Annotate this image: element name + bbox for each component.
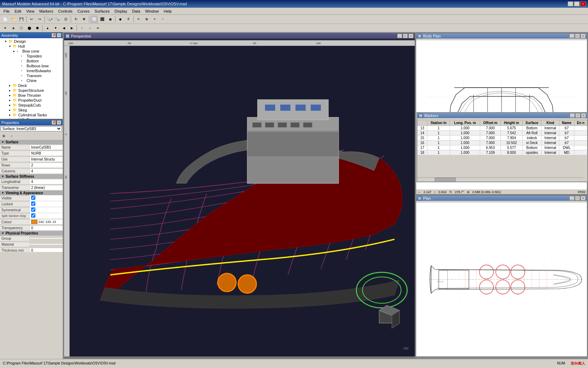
tree-item-design[interactable]: ▾ 📁 Design xyxy=(1,39,62,44)
menu-surfaces[interactable]: Surfaces xyxy=(92,8,112,14)
tb2-btn11[interactable]: ↔ xyxy=(86,24,94,32)
body-plan-restore[interactable]: □ xyxy=(575,34,580,38)
tb2-btn1[interactable]: ✦ xyxy=(1,24,9,32)
appearance-section-header[interactable]: ▼ Viewing & Appearance xyxy=(0,191,63,195)
perspective-restore[interactable]: □ xyxy=(403,34,408,38)
tb2-btn4[interactable]: ⬤ xyxy=(26,24,33,32)
move-tool[interactable]: ⊕ xyxy=(143,15,150,23)
menu-data[interactable]: Data xyxy=(130,8,142,14)
tb2-btn5[interactable]: ⬟ xyxy=(34,24,41,32)
menu-markers[interactable]: Markers xyxy=(37,8,55,14)
markers-hscroll-thumb[interactable] xyxy=(435,178,456,182)
render-button[interactable]: ◉ xyxy=(106,15,114,23)
perspective-close[interactable]: × xyxy=(408,34,413,38)
tree-item-bow-thruster[interactable]: ▸ 📁 Bow Thruster xyxy=(1,93,62,98)
visible-checkbox[interactable] xyxy=(31,196,35,200)
pan-button[interactable]: ✥ xyxy=(80,15,88,23)
marker-row-14[interactable]: 14 1 1.000 7.000 7.542 Aft Roll Internal… xyxy=(418,131,587,136)
tree-item-skeg[interactable]: ▸ 📁 Skeg xyxy=(1,108,62,113)
plan-viewport[interactable]: P Plan _ □ × xyxy=(416,195,587,357)
assembly-tree[interactable]: ▾ 📁 Design ▾ 📁 Hull ▸ ▪ Bow cone xyxy=(0,38,63,119)
tree-item-innerbulwarks[interactable]: ▪ InnerBulwarks xyxy=(1,68,62,73)
properties-close-icon[interactable]: × xyxy=(57,120,61,125)
plan-close[interactable]: × xyxy=(581,196,586,200)
locked-checkbox[interactable] xyxy=(31,202,35,206)
marker-row-13[interactable]: 13 1 1.000 7.000 5.675 Bottom Internal b… xyxy=(418,126,587,131)
marker-row-15[interactable]: 15 1 1.000 7.000 7.904 indeck Internal b… xyxy=(418,136,587,141)
prop-value-symmetrical[interactable] xyxy=(30,207,63,213)
marker-row-17[interactable]: 17 1 1.000 6.953 5.577 Bottom Internal D… xyxy=(418,145,587,150)
stiffness-section-header[interactable]: ▼ Surface Stiffness xyxy=(0,174,63,179)
add-point[interactable]: + xyxy=(151,15,159,23)
zoom-out-button[interactable]: 🔍- xyxy=(54,15,62,23)
close-button[interactable]: × xyxy=(580,1,586,6)
tree-item-bottom[interactable]: ▪ Bottom xyxy=(1,59,62,63)
menu-window[interactable]: Window xyxy=(143,8,161,14)
markers-restore[interactable]: □ xyxy=(575,113,580,118)
symmetrical-checkbox[interactable] xyxy=(31,207,35,212)
props-btn1[interactable]: ⊞ xyxy=(1,133,7,139)
prop-value-locked[interactable] xyxy=(30,201,63,207)
save-button[interactable]: 💾 xyxy=(18,15,25,23)
tree-item-stepup-cuts[interactable]: ▸ 📁 Stepup&Cuts xyxy=(1,103,62,108)
markers-content[interactable]: Station In Long. Pos. m Offset m Height … xyxy=(417,120,587,182)
marker-row-16[interactable]: 16 1 1.000 7.000 10.502 st Deck Internal… xyxy=(418,141,587,145)
tb2-btn10[interactable]: ↕ xyxy=(78,24,86,32)
open-button[interactable]: 📂 xyxy=(9,15,17,23)
delete-point[interactable]: − xyxy=(159,15,167,23)
select-tool[interactable]: ↖ xyxy=(135,15,142,23)
tb2-btn7[interactable]: ▼ xyxy=(52,24,59,32)
tb2-btn8[interactable]: ◀ xyxy=(60,24,68,32)
markers-toggle[interactable]: ◆ xyxy=(117,15,124,23)
maximize-button[interactable]: □ xyxy=(574,1,580,6)
surface-section-header[interactable]: ▼ Surface xyxy=(0,140,63,144)
tree-item-bow-cone[interactable]: ▸ ▪ Bow cone xyxy=(1,49,62,54)
assembly-pin-icon[interactable]: 📌 xyxy=(51,33,56,38)
properties-pin-icon[interactable]: 📌 xyxy=(51,120,56,125)
tb2-btn3[interactable]: ⬡ xyxy=(18,24,25,32)
props-btn2[interactable]: ↕ xyxy=(8,133,15,139)
menu-display[interactable]: Display xyxy=(112,8,129,14)
colour-swatch[interactable] xyxy=(31,220,37,224)
tree-item-bulbous-bow[interactable]: ▪ Bulbous bow xyxy=(1,63,62,68)
curve-of-areas-viewport[interactable]: C Curve of Areas _ □ × xyxy=(64,357,415,358)
physical-section-header[interactable]: ▼ Physical Properties xyxy=(0,231,63,236)
body-plan-close[interactable]: × xyxy=(581,34,586,38)
redo-button[interactable]: ↪ xyxy=(36,15,43,23)
body-plan-minimize[interactable]: _ xyxy=(569,34,574,38)
tb2-btn9[interactable]: ▶ xyxy=(68,24,76,32)
tree-item-transom[interactable]: ▪ Transom xyxy=(1,73,62,78)
menu-curves[interactable]: Curves xyxy=(75,8,92,14)
tree-item-chine[interactable]: ▪ Chine xyxy=(1,78,62,83)
tree-item-topsides[interactable]: ▪ Topsides xyxy=(1,54,62,59)
markers-minimize[interactable]: _ xyxy=(570,113,575,118)
tb2-btn12[interactable]: ⇔ xyxy=(94,24,102,32)
new-button[interactable]: 📄 xyxy=(1,15,9,23)
zoom-in-button[interactable]: 🔍+ xyxy=(46,15,54,23)
plan-minimize[interactable]: _ xyxy=(569,196,574,200)
tree-item-deck[interactable]: ▸ 📁 Deck xyxy=(1,83,62,88)
menu-edit[interactable]: Edit xyxy=(13,8,23,14)
rotate-button[interactable]: ↻ xyxy=(72,15,80,23)
grid-toggle[interactable]: # xyxy=(125,15,132,23)
minimize-button[interactable]: _ xyxy=(568,1,573,6)
shaded-button[interactable]: ⬛ xyxy=(98,15,106,23)
prop-value-split-section[interactable] xyxy=(30,213,63,219)
assembly-close-icon[interactable]: × xyxy=(57,33,61,38)
tree-item-hull[interactable]: ▾ 📁 Hull xyxy=(1,44,62,49)
wireframe-button[interactable]: ⬜ xyxy=(90,15,98,23)
tb2-btn6[interactable]: ▲ xyxy=(44,24,51,32)
undo-button[interactable]: ↩ xyxy=(28,15,35,23)
markers-close[interactable]: × xyxy=(581,113,586,118)
plan-restore[interactable]: □ xyxy=(575,196,580,200)
zoom-fit-button[interactable]: ⊡ xyxy=(62,15,70,23)
surface-dropdown[interactable]: Surface: InnerCylSB3 xyxy=(1,126,62,131)
prop-value-visible[interactable] xyxy=(30,195,63,201)
tb2-btn2[interactable]: ◈ xyxy=(9,24,17,32)
menu-file[interactable]: File xyxy=(1,8,12,14)
markers-hscroll[interactable] xyxy=(417,177,583,182)
marker-row-18[interactable]: 18 1 1.000 7.109 8.000 opsides Internal … xyxy=(418,150,587,155)
perspective-viewport[interactable]: P Perspective _ □ × -180 -90 0 Yaw 90 18… xyxy=(64,33,415,357)
split-section-checkbox[interactable] xyxy=(31,213,35,218)
tree-item-cylindrical-tanks[interactable]: ▸ 📁 Cylindrical Tanks xyxy=(1,113,62,117)
